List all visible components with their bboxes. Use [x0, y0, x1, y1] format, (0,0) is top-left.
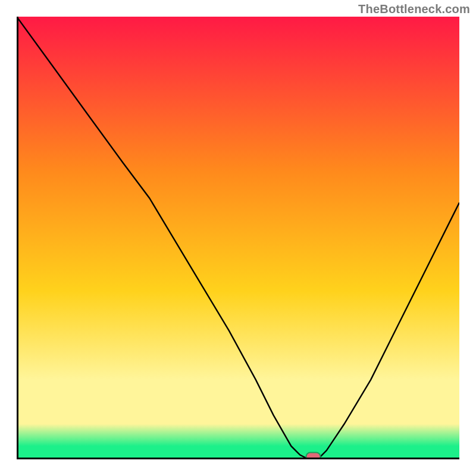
plot-frame [17, 17, 459, 459]
watermark-label: TheBottleneck.com [358, 2, 470, 16]
gradient-background [17, 17, 459, 459]
chart-svg [17, 17, 459, 459]
chart-container: TheBottleneck.com [0, 0, 476, 476]
